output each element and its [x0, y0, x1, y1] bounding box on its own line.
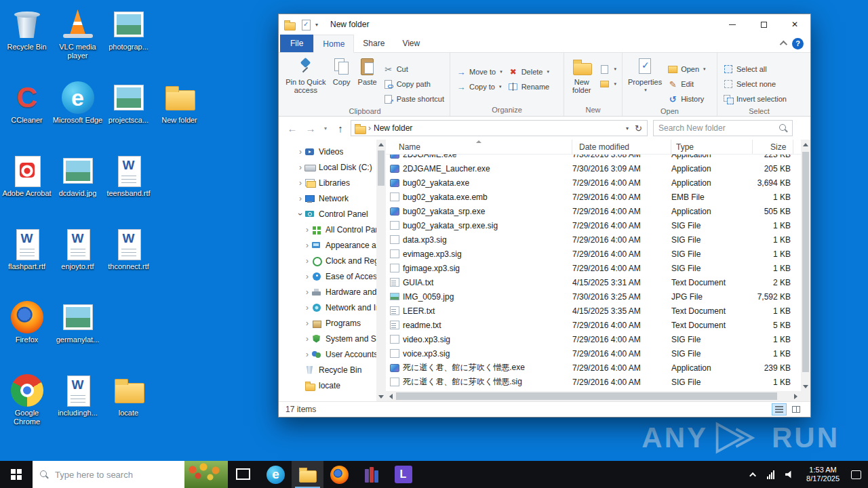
ribbon-tab[interactable]: Share: [354, 35, 393, 52]
details-view-button[interactable]: [772, 403, 787, 415]
file-list-horizontal-scrollbar[interactable]: [386, 391, 801, 401]
file-row[interactable]: bug02_yakata_srp.exe.sig 7/29/2016 4:00 …: [386, 218, 801, 232]
paste-button[interactable]: Paste: [355, 55, 380, 88]
cut-button[interactable]: Cut: [380, 62, 447, 77]
desktop-icon[interactable]: CCleaner: [1, 79, 52, 152]
file-row[interactable]: voice.xp3.sig 7/29/2016 4:00 AM SIG File…: [386, 346, 801, 361]
sidebar-scrollbar[interactable]: [376, 140, 386, 401]
titlebar[interactable]: ▾ New folder ✕: [279, 14, 810, 35]
up-button[interactable]: ↑: [332, 120, 349, 136]
sidebar-item[interactable]: › Hardware and Sound: [279, 284, 386, 300]
new-folder-button[interactable]: New folder: [567, 55, 596, 96]
file-row[interactable]: 死に逝く君、館に芽吹く憎悪.sig 7/29/2016 4:00 AM SIG …: [386, 375, 801, 389]
column-header-name[interactable]: Name: [386, 140, 572, 154]
ribbon-tab[interactable]: View: [393, 35, 429, 52]
clock[interactable]: 1:53 AM 8/17/2025: [800, 466, 846, 483]
desktop-icon[interactable]: dcdavid.jpg: [52, 152, 103, 225]
volume-button[interactable]: [780, 461, 800, 488]
open-button[interactable]: Open ▾: [665, 62, 708, 77]
copy-to-button[interactable]: Copy to ▾: [453, 79, 505, 94]
expand-chevron-icon[interactable]: ›: [296, 147, 304, 157]
copy-button[interactable]: Copy: [329, 55, 355, 88]
taskbar-edge-button[interactable]: [260, 461, 292, 488]
properties-button[interactable]: Properties ▾: [625, 55, 665, 96]
file-row[interactable]: 2DJGAME_Laucher.exe 7/30/2016 3:09 AM Ap…: [386, 161, 801, 176]
ribbon-tab[interactable]: File: [280, 35, 313, 52]
paste-shortcut-button[interactable]: Paste shortcut: [380, 92, 447, 106]
sidebar-item[interactable]: › Programs: [279, 315, 386, 331]
scrollbar-thumb[interactable]: [378, 150, 384, 186]
desktop-icon[interactable]: locate: [103, 371, 154, 445]
easy-access-button[interactable]: ▾: [596, 77, 619, 92]
file-row[interactable]: data.xp3.sig 7/29/2016 4:00 AM SIG File …: [386, 232, 801, 247]
file-row[interactable]: LEER.txt 4/15/2025 3:35 AM Text Document…: [386, 304, 801, 318]
expand-chevron-icon[interactable]: ›: [296, 163, 304, 172]
invert-selection-button[interactable]: Invert selection: [720, 92, 789, 106]
file-row[interactable]: evimage.xp3.sig 7/29/2016 4:00 AM SIG Fi…: [386, 247, 801, 261]
refresh-icon[interactable]: ↻: [633, 123, 644, 134]
expand-chevron-icon[interactable]: ›: [296, 210, 305, 218]
sidebar-item[interactable]: › Appearance and Personalization: [279, 237, 386, 253]
taskbar-l-app-button[interactable]: [387, 461, 419, 488]
collapse-ribbon-icon[interactable]: [780, 41, 787, 48]
breadcrumb[interactable]: New folder: [374, 123, 621, 133]
start-button[interactable]: [0, 461, 33, 488]
sidebar-item[interactable]: › Network and Internet: [279, 300, 386, 315]
file-row[interactable]: video.xp3.sig 7/29/2016 4:00 AM SIG File…: [386, 332, 801, 346]
sidebar-item[interactable]: › All Control Panel Items: [279, 222, 386, 237]
file-row[interactable]: fgimage.xp3.sig 7/29/2016 4:00 AM SIG Fi…: [386, 261, 801, 275]
desktop-icon[interactable]: flashpart.rtf: [1, 225, 52, 298]
file-row[interactable]: bug02_yakata_srp.exe 7/29/2016 4:00 AM A…: [386, 204, 801, 218]
help-icon[interactable]: ?: [792, 38, 804, 49]
file-row[interactable]: readme.txt 7/29/2016 4:00 AM Text Docume…: [386, 318, 801, 332]
search-input[interactable]: [657, 123, 778, 134]
sidebar-item[interactable]: › Clock and Region: [279, 253, 386, 268]
expand-chevron-icon[interactable]: ›: [303, 256, 311, 266]
file-row[interactable]: bug02_yakata.exe 7/29/2016 4:00 AM Appli…: [386, 176, 801, 190]
new-item-button[interactable]: ▾: [596, 62, 619, 77]
back-button[interactable]: ←: [284, 120, 300, 136]
file-row[interactable]: GUIA.txt 4/15/2025 3:31 AM Text Document…: [386, 275, 801, 289]
task-view-button[interactable]: [228, 461, 260, 488]
action-center-button[interactable]: [846, 461, 867, 488]
expand-chevron-icon[interactable]: ›: [296, 194, 304, 203]
expand-chevron-icon[interactable]: ›: [303, 287, 311, 297]
minimize-button[interactable]: [717, 14, 748, 35]
scroll-left-icon[interactable]: [386, 391, 396, 401]
desktop-icon[interactable]: Firefox: [1, 298, 52, 371]
taskbar-firefox-button[interactable]: [323, 461, 355, 488]
sidebar-item[interactable]: › System and Security: [279, 331, 386, 346]
sidebar-item[interactable]: › Videos: [279, 144, 386, 159]
recent-locations-icon[interactable]: ▾: [321, 120, 330, 136]
taskbar-search[interactable]: [33, 461, 228, 488]
sidebar-item[interactable]: › Local Disk (C:): [279, 159, 386, 175]
sidebar-item[interactable]: locate: [279, 378, 386, 393]
file-row[interactable]: IMG_0059.jpg 7/30/2016 3:25 AM JPG File …: [386, 289, 801, 304]
desktop-icon[interactable]: projectsca...: [103, 79, 154, 152]
move-to-button[interactable]: Move to ▾: [453, 64, 505, 79]
scroll-up-icon[interactable]: [376, 140, 386, 149]
search-icon[interactable]: [778, 123, 789, 134]
hidden-icons-button[interactable]: [746, 461, 762, 488]
expand-chevron-icon[interactable]: ›: [303, 319, 311, 328]
desktop-icon[interactable]: germanylat...: [52, 298, 103, 371]
scrollbar-thumb[interactable]: [396, 392, 777, 400]
scroll-up-icon[interactable]: [801, 140, 810, 149]
sidebar-item[interactable]: › Network: [279, 190, 386, 206]
select-all-button[interactable]: Select all: [720, 62, 789, 77]
expand-chevron-icon[interactable]: ›: [296, 178, 304, 188]
history-button[interactable]: History: [665, 92, 708, 106]
rename-button[interactable]: Rename: [505, 79, 553, 94]
expand-chevron-icon[interactable]: ›: [303, 303, 311, 312]
column-header-type[interactable]: Type: [671, 140, 753, 154]
scrollbar-thumb[interactable]: [802, 152, 809, 372]
sidebar-item[interactable]: › Ease of Access: [279, 268, 386, 284]
file-row[interactable]: bug02_yakata.exe.emb 7/29/2016 4:00 AM E…: [386, 190, 801, 204]
pin-to-quick-access-button[interactable]: Pin to Quick access: [283, 55, 329, 96]
edit-button[interactable]: Edit: [665, 77, 708, 92]
scroll-down-icon[interactable]: [801, 382, 810, 391]
network-button[interactable]: [762, 461, 780, 488]
quick-access-toolbar-icon[interactable]: [300, 20, 311, 30]
file-row[interactable]: 死に逝く君、館に芽吹く憎悪.exe 7/29/2016 4:00 AM Appl…: [386, 361, 801, 375]
expand-chevron-icon[interactable]: ›: [303, 225, 311, 235]
